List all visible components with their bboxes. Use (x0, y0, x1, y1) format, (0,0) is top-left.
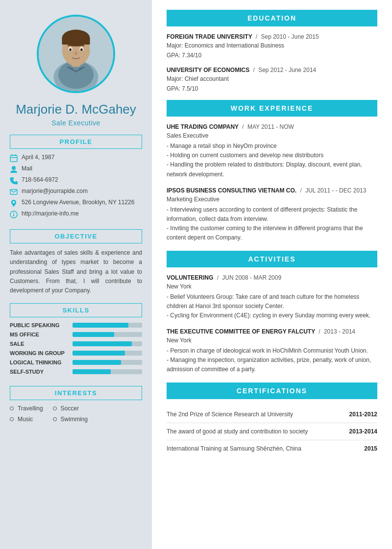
calendar-icon (10, 154, 18, 162)
activity-header: THE EXECUTIVE COMMITTEE OF ENERGY FALCUT… (167, 328, 377, 335)
svg-rect-20 (13, 214, 14, 216)
svg-rect-14 (15, 154, 16, 156)
interest-label: Soccer (61, 405, 79, 412)
skill-bar-bg (73, 369, 142, 374)
divider: / (256, 33, 259, 40)
activities-section: VOLUNTEERING / JUN 2008 - MAR 2009 New Y… (167, 274, 377, 375)
activity-org: THE EXECUTIVE COMMITTEE OF ENERGY FALCUT… (167, 328, 315, 335)
interest-label: Swimming (61, 416, 88, 423)
activity-dates: 2013 - 2014 (324, 328, 355, 335)
main-content: EDUCATION FOREIGN TRADE UNIVERSITY / Sep… (152, 0, 392, 549)
work-entry: UHE TRADING COMPANY / MAY 2011 - NOW Sal… (167, 123, 377, 179)
interest-label: Music (18, 416, 33, 423)
skill-row: LOGICAL THINKING (10, 359, 142, 365)
work-header: UHE TRADING COMPANY / MAY 2011 - NOW (167, 123, 377, 130)
activity-header: VOLUNTEERING / JUN 2008 - MAR 2009 (167, 274, 377, 281)
certifications-title-bar: CERTIFICATIONS (167, 382, 377, 399)
cert-row: The 2nd Prize of Science Research at Uni… (167, 406, 377, 423)
interest-item: Swimming (53, 416, 88, 423)
work-dates: MAY 2011 - NOW (247, 123, 294, 130)
interest-label: Travelling (18, 405, 43, 412)
interests-col-1: TravellingMusic (10, 405, 43, 423)
edu-gpa: GPA: 7.5/10 (167, 84, 377, 93)
profile-info: April 4, 1987 Mail 718-564-6972 marjorie… (10, 154, 142, 221)
info-icon (10, 211, 18, 218)
svg-point-16 (12, 166, 16, 170)
dob-row: April 4, 1987 (10, 154, 142, 162)
interests-section: TravellingMusicSoccerSwimming (10, 405, 142, 423)
skill-label: SELF-STUDY (10, 369, 69, 375)
edu-header: UNIVERSITY OF ECONOMICS / Sep 2012 - Jun… (167, 67, 377, 73)
skills-section-header: SKILLS (10, 303, 142, 317)
company-name: IPSOS BUSINESS CONSULTING VIETNAM CO. (167, 187, 296, 194)
edu-gpa: GPA: 7.34/10 (167, 51, 377, 60)
activity-location: New York (167, 336, 377, 345)
skill-bar-fill (73, 351, 125, 356)
edu-major: Major: Economics and International Busin… (167, 41, 377, 50)
svg-rect-6 (62, 38, 90, 45)
education-title-bar: EDUCATION (167, 10, 377, 26)
work-dates: JUL 2011 - - DEC 2013 (305, 187, 366, 194)
svg-rect-15 (10, 157, 17, 158)
activity-location: New York (167, 282, 377, 291)
skill-bar-fill (73, 369, 111, 374)
skill-bar-bg (73, 341, 142, 346)
skill-label: WORKING IN GROUP (10, 350, 69, 356)
divider: / (300, 187, 303, 194)
school-name: FOREIGN TRADE UNIVERSITY (167, 33, 252, 40)
skill-bar-bg (73, 332, 142, 337)
certifications-section: The 2nd Prize of Science Research at Uni… (167, 406, 377, 457)
skill-row: SELF-STUDY (10, 369, 142, 375)
edu-major: Major: Chief accountant (167, 74, 377, 83)
phone-icon (10, 177, 18, 185)
work-entry: IPSOS BUSINESS CONSULTING VIETNAM CO. / … (167, 187, 377, 243)
divider: / (217, 274, 220, 281)
cert-year: 2013-2014 (349, 428, 377, 435)
cert-year: 2011-2012 (349, 411, 377, 418)
company-name: UHE TRADING COMPANY (167, 123, 239, 130)
divider: / (318, 328, 322, 335)
activity-entry: VOLUNTEERING / JUN 2008 - MAR 2009 New Y… (167, 274, 377, 321)
education-entry: FOREIGN TRADE UNIVERSITY / Sep 2010 - Ju… (167, 33, 377, 60)
svg-point-10 (80, 48, 83, 51)
cert-year: 2015 (364, 445, 377, 452)
activity-org: VOLUNTEERING (167, 274, 213, 281)
interest-bullet (10, 417, 14, 421)
name-section: Marjorie D. McGahey Sale Executive (16, 102, 136, 127)
skill-bar-bg (73, 351, 142, 356)
address-row: 526 Longview Avenue, Brooklyn, NY 11226 (10, 199, 142, 207)
interests-col-2: SoccerSwimming (53, 405, 88, 423)
work-bullets: - Interviewing users according to conten… (167, 205, 377, 243)
interest-item: Soccer (53, 405, 88, 412)
interest-bullet (53, 406, 57, 410)
svg-rect-13 (12, 154, 13, 156)
mail-row: Mail (10, 165, 142, 173)
skill-bar-fill (73, 341, 132, 346)
work-title: Sales Executive (167, 131, 377, 140)
phone-row: 718-564-6972 (10, 176, 142, 185)
cert-title: International Training at Samsung Shēnzh… (167, 445, 301, 452)
interests-section-header: INTERESTS (10, 386, 142, 400)
work-header: IPSOS BUSINESS CONSULTING VIETNAM CO. / … (167, 187, 377, 194)
dob-text: April 4, 1987 (22, 154, 54, 161)
cert-row: International Training at Samsung Shēnzh… (167, 440, 377, 457)
website-row: http://marjorie-info.me (10, 210, 142, 218)
skill-row: MS OFFICE (10, 332, 142, 337)
cert-title: The 2nd Prize of Science Research at Uni… (167, 411, 293, 418)
avatar (37, 15, 115, 93)
skill-bar-bg (73, 323, 142, 328)
job-title: Sale Executive (16, 119, 136, 127)
sidebar: Marjorie D. McGahey Sale Executive PROFI… (0, 0, 152, 549)
objective-section-header: OBJECTIVE (10, 229, 142, 243)
work-section: UHE TRADING COMPANY / MAY 2011 - NOW Sal… (167, 123, 377, 243)
email-text: marjorie@jourrapide.com (22, 188, 88, 194)
skill-label: SALE (10, 341, 69, 347)
interest-item: Music (10, 416, 43, 423)
website-text: http://marjorie-info.me (22, 210, 79, 217)
education-entry: UNIVERSITY OF ECONOMICS / Sep 2012 - Jun… (167, 67, 377, 93)
svg-point-18 (13, 201, 15, 203)
activity-bullets: - Belief Volunteers Group: Take care of … (167, 292, 377, 321)
skill-row: SALE (10, 341, 142, 347)
full-name: Marjorie D. McGahey (16, 102, 136, 117)
edu-header: FOREIGN TRADE UNIVERSITY / Sep 2010 - Ju… (167, 33, 377, 40)
